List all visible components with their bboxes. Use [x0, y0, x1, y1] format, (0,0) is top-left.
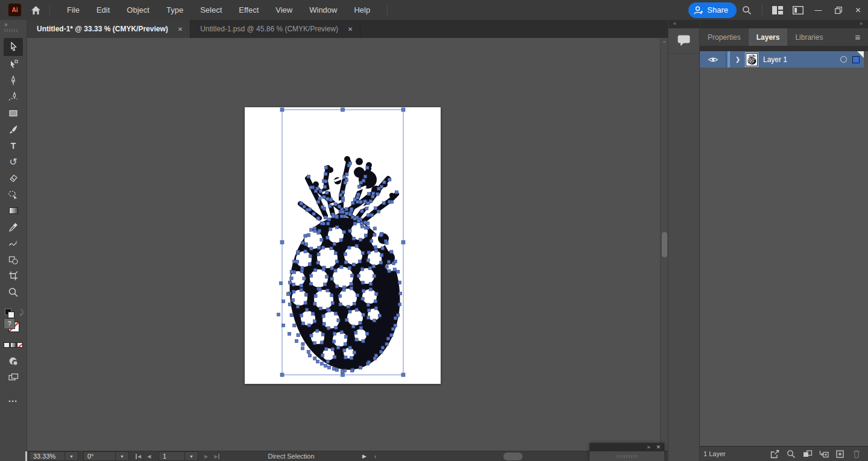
visibility-cell[interactable] [700, 51, 726, 67]
screen-mode-icon[interactable] [4, 369, 22, 385]
close-button[interactable]: ✕ [848, 0, 868, 20]
eyedropper-tool[interactable] [4, 219, 22, 235]
new-sublayer-icon[interactable] [816, 450, 832, 459]
document-tab-2[interactable]: Untitled-1.psd @ 45.86 % (CMYK/Preview) … [190, 20, 360, 38]
zoom-dropdown-icon[interactable]: ▼ [65, 451, 78, 461]
expand-layer-icon[interactable]: ❯ [730, 56, 746, 63]
edit-toolbar-icon[interactable]: ••• [8, 398, 17, 404]
tab-libraries[interactable]: Libraries [787, 28, 831, 46]
menu-object[interactable]: Object [118, 0, 158, 20]
artboard-tool[interactable] [4, 268, 22, 284]
home-icon[interactable] [31, 5, 41, 15]
collapse-dock-icon[interactable]: » [860, 20, 863, 27]
pen-tool[interactable] [4, 72, 22, 89]
delete-layer-icon[interactable] [848, 450, 864, 459]
new-layer-icon[interactable] [832, 450, 848, 459]
selected-art-corner [857, 51, 864, 58]
document-tab-1[interactable]: Untitled-1* @ 33.33 % (CMYK/Preview) ✕ [27, 20, 190, 38]
next-artboard-button[interactable]: ▶ [204, 454, 208, 459]
floating-panel-body[interactable] [590, 451, 664, 461]
menu-select[interactable]: Select [192, 0, 230, 20]
vertical-scrollbar[interactable]: ⌃ [660, 38, 668, 451]
artboard-dropdown-icon[interactable]: ▼ [185, 451, 198, 461]
rotate-tool[interactable]: ↺ [4, 154, 22, 170]
eraser-tool[interactable] [4, 170, 22, 186]
layer-thumbnail[interactable] [746, 53, 758, 66]
arrange-documents-icon[interactable] [767, 0, 788, 20]
last-artboard-button[interactable]: ▶ [214, 454, 219, 459]
canvas[interactable]: ⌃ [27, 38, 668, 451]
shape-tool[interactable] [4, 251, 22, 268]
none-button[interactable] [17, 342, 23, 348]
previous-artboard-button[interactable]: ◀ [147, 454, 151, 459]
fill-swatch[interactable] [8, 312, 14, 318]
illustrator-logo-icon[interactable]: Ai [8, 4, 21, 16]
gradient-button[interactable] [10, 342, 16, 348]
close-tab-icon[interactable]: ✕ [178, 26, 183, 33]
rectangle-tool[interactable] [4, 105, 22, 121]
status-menu-icon[interactable]: ▶ [362, 451, 366, 461]
swap-fill-stroke-icon[interactable]: ⤸ [19, 309, 24, 316]
locate-object-icon[interactable] [783, 450, 799, 459]
artboard-number-field[interactable]: 1 [159, 451, 185, 461]
dock-header[interactable]: « [668, 20, 699, 28]
minimize-button[interactable]: — [808, 0, 828, 20]
panel-menu-icon[interactable]: ≡ [848, 28, 868, 46]
zoom-level-field[interactable]: 33.33% [29, 451, 65, 461]
tools-panel-header[interactable]: » [0, 20, 27, 38]
logo-text: Ai [12, 7, 18, 13]
tab-layers[interactable]: Layers [749, 28, 788, 46]
rotation-dropdown-icon[interactable]: ▼ [116, 451, 129, 461]
curvature-tool[interactable] [4, 89, 22, 105]
menu-edit[interactable]: Edit [88, 0, 118, 20]
menu-effect[interactable]: Effect [230, 0, 267, 20]
search-icon[interactable] [737, 0, 757, 20]
first-artboard-button[interactable]: ◀ [136, 454, 141, 459]
target-circle-icon[interactable] [840, 56, 847, 63]
panel-dock-strip: « [668, 20, 699, 461]
collapse-panel-icon[interactable]: » [647, 444, 650, 450]
selection-tool[interactable] [4, 38, 23, 56]
type-tool[interactable]: T [4, 137, 22, 154]
pineapple-artwork[interactable] [245, 107, 441, 384]
drag-grip[interactable] [4, 29, 17, 32]
menu-file[interactable]: File [58, 0, 88, 20]
menu-type[interactable]: Type [158, 0, 192, 20]
clipping-mask-icon[interactable] [799, 450, 816, 458]
shape-builder-tool[interactable] [4, 186, 22, 202]
paintbrush-tool[interactable] [4, 121, 22, 137]
draw-mode-icon[interactable] [4, 353, 22, 369]
scroll-left-icon[interactable]: ‹ [374, 451, 376, 461]
share-button[interactable]: Share [688, 2, 737, 18]
direct-selection-tool[interactable] [4, 56, 22, 72]
menu-view[interactable]: View [267, 0, 301, 20]
artboard[interactable] [245, 107, 441, 384]
menu-window[interactable]: Window [301, 0, 345, 20]
status-tool-display[interactable]: Direct Selection [243, 451, 339, 461]
expand-panel-icon[interactable]: » [4, 21, 8, 28]
horizontal-scroll-thumb[interactable] [503, 453, 523, 460]
menu-help[interactable]: Help [345, 0, 379, 20]
scroll-up-icon[interactable]: ⌃ [661, 40, 668, 46]
panel-header[interactable]: » [700, 20, 868, 28]
layer-row[interactable]: ❯ Layer 1 [700, 51, 864, 67]
layer-name[interactable]: Layer 1 [763, 55, 840, 64]
rotation-field[interactable]: 0° [83, 451, 116, 461]
fill-stroke-control[interactable]: ⤸ ? [1, 307, 25, 334]
workspace-switcher-icon[interactable] [788, 0, 808, 20]
artboard-navigation: ◀ ◀ [136, 451, 151, 461]
shaper-tool[interactable] [4, 235, 22, 251]
collect-for-export-icon[interactable] [767, 450, 783, 459]
close-tab-icon[interactable]: ✕ [348, 26, 353, 33]
restore-button[interactable] [828, 0, 848, 20]
comments-panel-icon[interactable] [668, 28, 699, 54]
drag-grip[interactable] [617, 455, 637, 458]
vertical-scroll-thumb[interactable] [662, 232, 667, 257]
status-bar: 33.33% ▼ 0° ▼ ◀ ◀ 1 ▼ ▶ ▶ Direct Selecti… [27, 451, 668, 461]
gradient-tool[interactable] [4, 202, 22, 219]
zoom-tool[interactable] [4, 284, 22, 300]
expand-dock-icon[interactable]: « [673, 20, 677, 27]
close-panel-icon[interactable]: ✕ [656, 444, 661, 450]
color-button[interactable] [4, 342, 10, 348]
tab-properties[interactable]: Properties [700, 28, 749, 46]
